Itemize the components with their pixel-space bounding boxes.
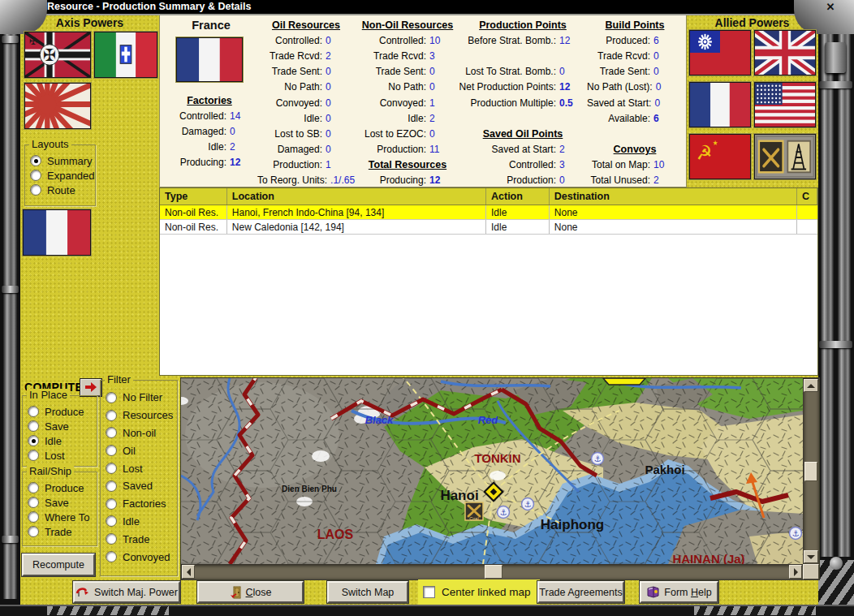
form-help-button[interactable]: Form Help: [640, 581, 718, 603]
radio-icon[interactable]: [106, 498, 117, 510]
vertical-scroll-thumb[interactable]: [804, 462, 817, 481]
computed-arrow-button[interactable]: [80, 379, 101, 396]
title-bar[interactable]: Resource - Production Summary & Details: [41, 0, 805, 14]
resources-table[interactable]: TypeLocationActionDestinationCNon-oil Re…: [159, 187, 818, 376]
stats-section-header: Saved Oil Points: [457, 126, 589, 141]
stat-row-production-multiple: Production Multiple:0.5: [457, 95, 589, 110]
column-header-location[interactable]: Location: [227, 188, 486, 205]
radio-option-idle[interactable]: Idle: [106, 513, 177, 531]
radio-option-oil[interactable]: Oil: [106, 442, 177, 459]
radio-option-expanded[interactable]: Expanded: [30, 168, 95, 183]
radio-icon[interactable]: [106, 463, 117, 474]
radio-icon[interactable]: [28, 511, 39, 523]
radio-option-save[interactable]: Save: [28, 495, 97, 510]
uk-flag[interactable]: [754, 30, 816, 75]
ussr-flag[interactable]: ☭★: [689, 134, 751, 179]
table-row[interactable]: Non-oil Res.New Caledonia [142, 194]Idle…: [160, 220, 817, 235]
coal-resource-icon[interactable]: Coal: [465, 502, 483, 521]
radio-label: Non-oil: [123, 427, 156, 439]
radio-label: Produce: [45, 406, 84, 418]
layouts-group-label: Layouts: [29, 138, 71, 150]
radio-option-factories[interactable]: Factories: [106, 495, 177, 513]
radio-icon[interactable]: [30, 155, 41, 166]
radio-icon[interactable]: [106, 445, 117, 456]
stat-row-net-production-points: Net Production Points:12: [457, 80, 589, 95]
trade-agreements-button[interactable]: Trade Agreements: [537, 581, 624, 603]
radio-option-produce[interactable]: Produce: [28, 480, 97, 495]
radio-icon[interactable]: [106, 551, 117, 562]
anchor-glyph: ⚓: [594, 454, 602, 463]
column-header-c[interactable]: C: [797, 188, 817, 205]
map-vertical-scrollbar[interactable]: [803, 378, 819, 564]
stat-row-trade-sent: Trade Sent:0: [587, 64, 683, 80]
radio-option-idle[interactable]: Idle: [28, 433, 97, 448]
radio-icon[interactable]: [30, 170, 41, 181]
radio-icon[interactable]: [28, 406, 39, 417]
scroll-right-button[interactable]: [789, 565, 802, 579]
france-flag[interactable]: [689, 82, 751, 127]
radio-icon[interactable]: [28, 526, 39, 537]
radio-option-produce[interactable]: Produce: [28, 404, 97, 419]
germany-flag[interactable]: ✠✠: [24, 32, 91, 78]
filter-group-label: Filter: [105, 373, 133, 386]
radio-icon[interactable]: [106, 515, 117, 527]
map[interactable]: Coal ⚓⚓⚓⚓ BlackRed TONKINLAOSHAINAN (Ja)…: [181, 378, 803, 564]
column-header-type[interactable]: Type: [160, 188, 227, 205]
radio-option-save[interactable]: Save: [28, 419, 97, 433]
radio-option-route[interactable]: Route: [30, 183, 95, 197]
italy-flag[interactable]: [94, 32, 157, 78]
radio-icon[interactable]: [106, 533, 117, 545]
radio-option-lost[interactable]: Lost: [106, 459, 177, 477]
radio-option-saved[interactable]: Saved: [106, 477, 177, 495]
radio-icon[interactable]: [106, 427, 117, 438]
in-place-group-label: In Place: [27, 389, 70, 401]
scroll-left-button[interactable]: [182, 565, 195, 579]
radio-icon[interactable]: [30, 184, 41, 196]
usa-flag[interactable]: [754, 82, 816, 127]
scroll-up-button[interactable]: [804, 379, 818, 392]
radio-icon[interactable]: [28, 497, 39, 508]
radio-icon[interactable]: [28, 450, 39, 461]
radio-option-resources[interactable]: Resources: [106, 407, 177, 424]
radio-icon[interactable]: [28, 435, 39, 446]
stat-row-controlled: Controlled:14: [160, 108, 259, 123]
radio-icon[interactable]: [106, 392, 117, 403]
radio-icon[interactable]: [106, 410, 117, 421]
table-cell: Hanoi, French Indo-China [94, 134]: [227, 205, 486, 219]
radio-icon[interactable]: [28, 482, 39, 493]
close-button[interactable]: Close: [197, 581, 304, 603]
japan-flag[interactable]: [24, 83, 91, 129]
radio-icon[interactable]: [106, 480, 117, 492]
china-flag[interactable]: [689, 30, 751, 75]
horizontal-scroll-thumb[interactable]: [485, 565, 502, 579]
radio-option-summary[interactable]: Summary: [30, 153, 95, 168]
center-linked-map-label: Center linked map: [442, 586, 531, 598]
window-close-button[interactable]: ✕: [823, 1, 838, 14]
column-header-action[interactable]: Action: [486, 188, 550, 205]
radio-option-no-filter[interactable]: No Filter: [106, 389, 177, 407]
radio-option-trade[interactable]: Trade: [28, 524, 97, 539]
map-label-hanoi: Hanoi: [440, 488, 478, 503]
scroll-down-button[interactable]: [804, 550, 818, 563]
radio-option-where-to[interactable]: Where To: [28, 510, 97, 524]
switch-maj-power-button[interactable]: Switch Maj. Power: [73, 581, 180, 603]
radio-option-trade[interactable]: Trade: [106, 530, 177, 548]
radio-option-lost[interactable]: Lost: [28, 448, 97, 463]
radio-label: Save: [45, 497, 69, 509]
resources-oil-icons[interactable]: [754, 134, 816, 179]
table-row[interactable]: Non-oil Res.Hanoi, French Indo-China [94…: [160, 205, 817, 220]
radio-icon[interactable]: [28, 420, 39, 432]
switch-map-button[interactable]: Switch Map: [327, 581, 408, 603]
radio-label: Idle: [123, 515, 140, 528]
center-linked-map-checkbox[interactable]: [423, 586, 435, 598]
france-flag[interactable]: [23, 209, 91, 256]
column-header-destination[interactable]: Destination: [550, 188, 797, 205]
table-cell: [797, 220, 817, 234]
radio-option-non-oil[interactable]: Non-oil: [106, 424, 177, 442]
radio-label: Route: [47, 184, 75, 196]
recompute-button[interactable]: Recompute: [22, 554, 95, 576]
stat-row-controlled: Controlled:0: [257, 32, 355, 48]
map-horizontal-scrollbar[interactable]: [181, 564, 803, 579]
country-title: France: [166, 19, 256, 32]
radio-option-convoyed[interactable]: Convoyed: [106, 548, 177, 566]
